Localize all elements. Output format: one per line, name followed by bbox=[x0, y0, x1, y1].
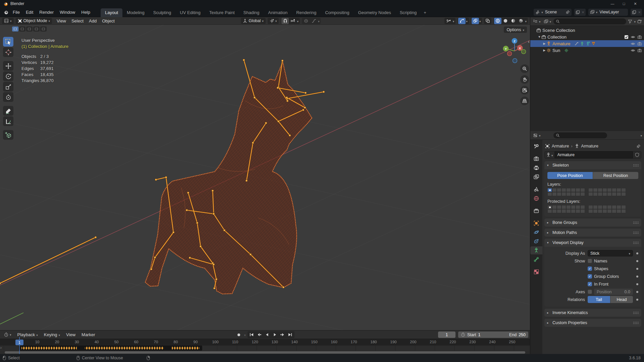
layer-cell[interactable] bbox=[552, 209, 557, 213]
add-cube-tool-button[interactable] bbox=[3, 130, 13, 140]
datablock-name-input[interactable] bbox=[555, 151, 633, 159]
workspace-tab-animation[interactable]: Animation bbox=[264, 8, 292, 17]
camera-view-button[interactable] bbox=[520, 86, 529, 95]
workspace-tab-rendering[interactable]: Rendering bbox=[292, 8, 321, 17]
eye-toggle-icon[interactable] bbox=[631, 42, 635, 46]
layer-cell[interactable] bbox=[552, 192, 557, 196]
exclude-checkbox-icon[interactable] bbox=[624, 35, 629, 39]
drag-handle[interactable] bbox=[633, 321, 639, 324]
layer-cell[interactable] bbox=[593, 192, 598, 196]
fake-user-button[interactable] bbox=[633, 151, 641, 159]
layer-cell[interactable] bbox=[580, 192, 585, 196]
layer-cell[interactable] bbox=[593, 188, 598, 192]
breadcrumb-object[interactable]: Armature bbox=[552, 144, 569, 148]
layer-cell[interactable] bbox=[588, 205, 593, 209]
display-as-dropdown[interactable]: Stick bbox=[588, 250, 633, 256]
pose-position-button[interactable]: Pose Position bbox=[547, 172, 593, 179]
motion-paths-panel-header[interactable]: ▸Motion Paths bbox=[544, 229, 641, 237]
viewport-menu-add[interactable]: Add bbox=[86, 18, 99, 24]
properties-tab-render[interactable] bbox=[531, 155, 541, 163]
layer-cell[interactable] bbox=[561, 205, 566, 209]
current-frame-marker[interactable]: 1 bbox=[15, 340, 23, 345]
camera-toggle-icon[interactable] bbox=[637, 48, 642, 53]
layer-cell[interactable] bbox=[612, 205, 616, 209]
shading-rendered-button[interactable] bbox=[517, 18, 525, 24]
layer-cell[interactable] bbox=[602, 209, 607, 213]
menu-edit[interactable]: Edit bbox=[23, 8, 36, 16]
properties-search-input[interactable] bbox=[561, 133, 605, 138]
filter-icon[interactable] bbox=[628, 19, 632, 23]
layer-cell[interactable] bbox=[607, 188, 612, 192]
anim-curve-icon[interactable] bbox=[574, 42, 579, 46]
workspace-tab-geometry-nodes[interactable]: Geometry Nodes bbox=[354, 8, 395, 17]
layer-cell[interactable] bbox=[621, 205, 626, 209]
outliner-row-scene-collection[interactable]: Scene Collection bbox=[530, 27, 644, 34]
rest-position-button[interactable]: Rest Position bbox=[593, 172, 638, 179]
play-reverse-button[interactable] bbox=[263, 331, 271, 338]
breadcrumb-data[interactable]: Armature bbox=[581, 144, 598, 148]
outliner-row-collection[interactable]: ▼Collection bbox=[530, 34, 644, 40]
layer-cell[interactable] bbox=[571, 188, 576, 192]
expand-arrow-icon[interactable]: ▼ bbox=[537, 35, 541, 39]
shapes-checkbox[interactable] bbox=[588, 266, 592, 271]
layer-cell[interactable] bbox=[576, 188, 580, 192]
layer-cell[interactable] bbox=[616, 188, 621, 192]
close-button[interactable] bbox=[630, 0, 641, 7]
layer-cell[interactable] bbox=[561, 192, 566, 196]
properties-tab-output[interactable] bbox=[531, 164, 541, 172]
timeline-menu-view[interactable]: View bbox=[63, 331, 78, 338]
properties-tab-bone[interactable] bbox=[531, 255, 541, 263]
workspace-tab-shading[interactable]: Shading bbox=[239, 8, 264, 17]
ortho-toggle-button[interactable] bbox=[520, 97, 529, 105]
proportional-edit-toggle[interactable] bbox=[303, 18, 310, 24]
menu-file[interactable]: File bbox=[10, 8, 23, 16]
properties-search[interactable] bbox=[553, 132, 607, 138]
animate-dot[interactable] bbox=[636, 291, 638, 293]
id-type-button[interactable] bbox=[544, 151, 555, 159]
workspace-tab-scripting[interactable]: Scripting bbox=[395, 8, 421, 17]
camera-toggle-icon[interactable] bbox=[637, 35, 642, 39]
layer-cell[interactable] bbox=[621, 188, 626, 192]
armature-data-icon[interactable] bbox=[586, 42, 590, 46]
animate-dot[interactable] bbox=[636, 299, 638, 301]
xray-toggle[interactable] bbox=[484, 18, 491, 24]
drag-handle[interactable] bbox=[633, 221, 639, 224]
layer-cell[interactable] bbox=[602, 192, 607, 196]
next-keyframe-button[interactable] bbox=[279, 331, 286, 338]
pan-button[interactable] bbox=[520, 75, 529, 84]
sidebar-collapse-arrow[interactable] bbox=[528, 39, 530, 44]
drag-handle[interactable] bbox=[633, 231, 639, 234]
new-collection-icon[interactable] bbox=[637, 19, 642, 24]
move-tool-button[interactable] bbox=[3, 61, 13, 71]
properties-tab-tool[interactable] bbox=[531, 142, 541, 150]
in-front-checkbox[interactable] bbox=[588, 282, 592, 286]
options-button[interactable]: Options bbox=[504, 26, 527, 33]
timeline-overlay-chevron[interactable] bbox=[0, 346, 2, 350]
layer-cell[interactable] bbox=[616, 192, 621, 196]
prev-keyframe-button[interactable] bbox=[256, 331, 263, 338]
properties-tab-collection-props[interactable] bbox=[531, 207, 541, 215]
menu-help[interactable]: Help bbox=[78, 8, 93, 16]
viewport-menu-select[interactable]: Select bbox=[69, 18, 86, 24]
drag-handle[interactable] bbox=[633, 164, 639, 167]
layer-cell[interactable] bbox=[557, 192, 561, 196]
layer-cell[interactable] bbox=[580, 188, 585, 192]
layer-cell[interactable] bbox=[607, 192, 612, 196]
pin-id-icon[interactable] bbox=[636, 144, 641, 148]
expand-arrow-icon[interactable]: ▶ bbox=[542, 49, 546, 52]
outliner-row-armature[interactable]: ▶Armature bbox=[530, 40, 644, 47]
animate-dot[interactable] bbox=[636, 283, 638, 285]
layer-cell[interactable] bbox=[588, 192, 593, 196]
layer-cell[interactable] bbox=[612, 209, 616, 213]
timeline-ruler[interactable]: 1 10203040506070809010011012013014015016… bbox=[0, 339, 530, 346]
eye-toggle-icon[interactable] bbox=[631, 35, 635, 39]
layer-cell[interactable] bbox=[602, 188, 607, 192]
timeline-menu-marker[interactable]: Marker bbox=[79, 331, 98, 338]
layer-cell[interactable] bbox=[576, 192, 580, 196]
workspace-tab-sculpting[interactable]: Sculpting bbox=[149, 8, 175, 17]
layer-cell[interactable] bbox=[547, 209, 552, 213]
layer-cell[interactable] bbox=[598, 192, 602, 196]
properties-options-caret[interactable] bbox=[640, 133, 642, 138]
scene-selector[interactable]: Scene bbox=[534, 9, 572, 16]
layer-cell[interactable] bbox=[557, 188, 561, 192]
